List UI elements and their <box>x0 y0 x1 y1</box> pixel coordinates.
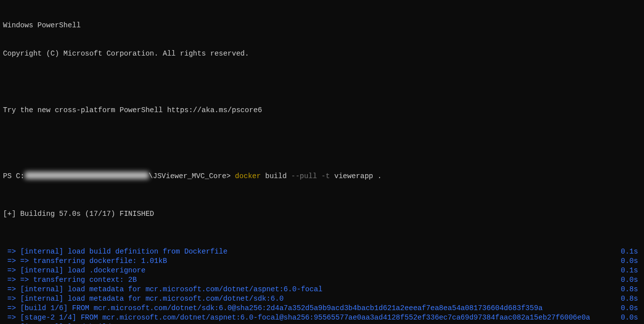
blank-line <box>3 77 641 87</box>
build-step-text: => [internal] load metadata for mcr.micr… <box>3 285 322 294</box>
ps-banner-line2: Copyright (C) Microsoft Corporation. All… <box>3 49 641 59</box>
prompt-path-suffix: \JSViewer_MVC_Core> <box>149 172 235 180</box>
build-step-text: => => transferring dockerfile: 1.01kB <box>3 257 167 266</box>
build-step-text: => [internal] load build definition from… <box>3 247 227 257</box>
ps-banner-line3: Try the new cross-platform PowerShell ht… <box>3 106 641 115</box>
build-step-duration: 0.1s <box>621 247 641 257</box>
build-step-line: => [internal] load .dockerignore0.1s <box>3 266 641 275</box>
build-step-duration: 0.0s <box>621 275 641 285</box>
cmd-sub: build <box>261 172 291 180</box>
build-step-line: => [internal] load build definition from… <box>3 247 641 257</box>
blank-line <box>3 134 641 143</box>
build-step-duration: 0.1s <box>621 266 641 275</box>
build-step-line: => [internal] load metadata for mcr.micr… <box>3 285 641 294</box>
prompt-line-1: PS C:\JSViewer_MVC_Core> docker build --… <box>3 172 641 181</box>
redacted-path <box>25 172 149 179</box>
build-status-line: [+] Building 57.0s (17/17) FINISHED <box>3 209 641 219</box>
build-step-line: => [build 1/6] FROM mcr.microsoft.com/do… <box>3 304 641 313</box>
build-step-duration: 0.8s <box>621 285 641 294</box>
prompt-prefix: PS C: <box>3 172 25 180</box>
build-step-text: => [internal] load metadata for mcr.micr… <box>3 294 284 304</box>
build-step-text: => [build 1/6] FROM mcr.microsoft.com/do… <box>3 304 543 313</box>
build-step-duration: 0.0s <box>621 313 641 323</box>
build-step-duration: 0.0s <box>621 304 641 313</box>
build-step-text: => [internal] load .dockerignore <box>3 266 145 275</box>
build-step-text: => => transferring context: 2B <box>3 275 137 285</box>
cmd-args: viewerapp . <box>330 172 382 180</box>
build-step-line: => => transferring context: 2B0.0s <box>3 275 641 285</box>
build-step-text: => [stage-2 1/4] FROM mcr.microsoft.com/… <box>3 313 590 323</box>
cmd-flags: --pull -t <box>291 172 330 180</box>
build-step-line: => [stage-2 1/4] FROM mcr.microsoft.com/… <box>3 313 641 323</box>
build-step-duration: 0.0s <box>621 257 641 266</box>
build-step-line: => [internal] load metadata for mcr.micr… <box>3 294 641 304</box>
build-step-duration: 0.8s <box>621 294 641 304</box>
cmd-keyword: docker <box>235 172 261 180</box>
build-step-line: => => transferring dockerfile: 1.01kB0.0… <box>3 257 641 266</box>
terminal-output[interactable]: Windows PowerShell Copyright (C) Microso… <box>0 0 644 324</box>
build-steps: => [internal] load build definition from… <box>3 247 641 324</box>
ps-banner-line1: Windows PowerShell <box>3 21 641 30</box>
